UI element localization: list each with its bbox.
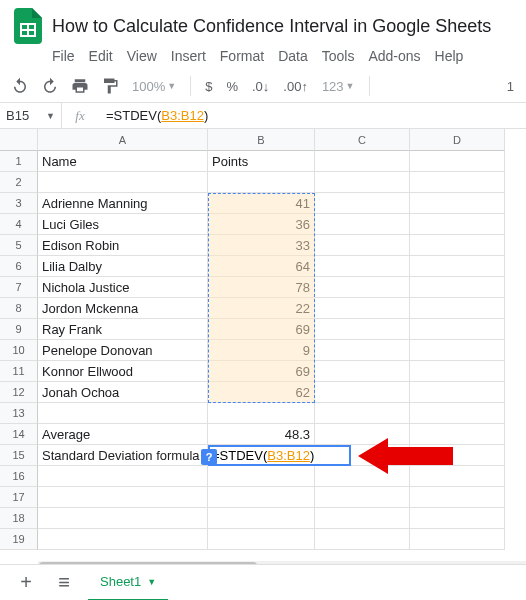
cell-D11[interactable] <box>410 361 505 382</box>
row-header-7[interactable]: 7 <box>0 277 38 298</box>
cell-A16[interactable] <box>38 466 208 487</box>
cell-D17[interactable] <box>410 487 505 508</box>
redo-button[interactable] <box>38 74 62 98</box>
cell-C17[interactable] <box>315 487 410 508</box>
zoom-select[interactable]: 100%▼ <box>128 79 180 94</box>
cell-D10[interactable] <box>410 340 505 361</box>
select-all-corner[interactable] <box>0 129 38 151</box>
all-sheets-button[interactable]: ≡ <box>50 569 78 597</box>
cell-A10[interactable]: Penelope Donovan <box>38 340 208 361</box>
cell-A8[interactable]: Jordon Mckenna <box>38 298 208 319</box>
percent-button[interactable]: % <box>222 79 242 94</box>
cell-B19[interactable] <box>208 529 315 550</box>
cell-A13[interactable] <box>38 403 208 424</box>
cell-C9[interactable] <box>315 319 410 340</box>
cell-B1[interactable]: Points <box>208 151 315 172</box>
sheet-tab[interactable]: Sheet1▼ <box>88 565 168 601</box>
row-header-2[interactable]: 2 <box>0 172 38 193</box>
paint-format-button[interactable] <box>98 74 122 98</box>
row-header-15[interactable]: 15 <box>0 445 38 466</box>
undo-button[interactable] <box>8 74 32 98</box>
cell-B14[interactable]: 48.3 <box>208 424 315 445</box>
row-header-6[interactable]: 6 <box>0 256 38 277</box>
cell-A4[interactable]: Luci Giles <box>38 214 208 235</box>
cell-D3[interactable] <box>410 193 505 214</box>
cell-D18[interactable] <box>410 508 505 529</box>
cell-A14[interactable]: Average <box>38 424 208 445</box>
cell-A3[interactable]: Adrienne Manning <box>38 193 208 214</box>
cell-B5[interactable]: 33 <box>208 235 315 256</box>
cell-D6[interactable] <box>410 256 505 277</box>
active-cell-editor[interactable]: ? =STDEV(B3:B12) <box>208 445 351 466</box>
cell-C10[interactable] <box>315 340 410 361</box>
cell-A6[interactable]: Lilia Dalby <box>38 256 208 277</box>
cell-B3[interactable]: 41 <box>208 193 315 214</box>
cell-A2[interactable] <box>38 172 208 193</box>
cell-C2[interactable] <box>315 172 410 193</box>
cell-B11[interactable]: 69 <box>208 361 315 382</box>
formula-bar-input[interactable]: =STDEV(B3:B12) <box>98 108 526 123</box>
cell-C1[interactable] <box>315 151 410 172</box>
currency-button[interactable]: $ <box>201 79 216 94</box>
row-header-17[interactable]: 17 <box>0 487 38 508</box>
col-header-C[interactable]: C <box>315 129 410 151</box>
document-title[interactable]: How to Calculate Confidence Interval in … <box>52 16 491 37</box>
cell-C13[interactable] <box>315 403 410 424</box>
cell-C18[interactable] <box>315 508 410 529</box>
cell-B13[interactable] <box>208 403 315 424</box>
spreadsheet-grid[interactable]: ABCD 1NamePoints23Adrienne Manning414Luc… <box>0 129 526 600</box>
row-header-18[interactable]: 18 <box>0 508 38 529</box>
cell-C14[interactable] <box>315 424 410 445</box>
cell-A5[interactable]: Edison Robin <box>38 235 208 256</box>
cell-C6[interactable] <box>315 256 410 277</box>
cell-A15[interactable]: Standard Deviation formula <box>38 445 208 466</box>
cell-D16[interactable] <box>410 466 505 487</box>
cell-A9[interactable]: Ray Frank <box>38 319 208 340</box>
menu-file[interactable]: File <box>52 48 75 64</box>
row-header-1[interactable]: 1 <box>0 151 38 172</box>
menu-tools[interactable]: Tools <box>322 48 355 64</box>
cell-C3[interactable] <box>315 193 410 214</box>
row-header-4[interactable]: 4 <box>0 214 38 235</box>
cell-D4[interactable] <box>410 214 505 235</box>
row-header-19[interactable]: 19 <box>0 529 38 550</box>
number-format-select[interactable]: 123▼ <box>318 79 359 94</box>
name-box[interactable]: B15▼ <box>0 103 62 128</box>
col-header-A[interactable]: A <box>38 129 208 151</box>
row-header-3[interactable]: 3 <box>0 193 38 214</box>
row-header-9[interactable]: 9 <box>0 319 38 340</box>
cell-A17[interactable] <box>38 487 208 508</box>
cell-B18[interactable] <box>208 508 315 529</box>
cell-B6[interactable]: 64 <box>208 256 315 277</box>
cell-C16[interactable] <box>315 466 410 487</box>
cell-D12[interactable] <box>410 382 505 403</box>
formula-help-icon[interactable]: ? <box>201 449 217 465</box>
col-header-B[interactable]: B <box>208 129 315 151</box>
row-header-13[interactable]: 13 <box>0 403 38 424</box>
cell-B17[interactable] <box>208 487 315 508</box>
cell-D8[interactable] <box>410 298 505 319</box>
cell-B16[interactable] <box>208 466 315 487</box>
cell-D9[interactable] <box>410 319 505 340</box>
cell-B2[interactable] <box>208 172 315 193</box>
cell-D14[interactable] <box>410 424 505 445</box>
cell-B10[interactable]: 9 <box>208 340 315 361</box>
row-header-5[interactable]: 5 <box>0 235 38 256</box>
col-header-D[interactable]: D <box>410 129 505 151</box>
menu-view[interactable]: View <box>127 48 157 64</box>
cell-B12[interactable]: 62 <box>208 382 315 403</box>
cell-A11[interactable]: Konnor Ellwood <box>38 361 208 382</box>
row-header-8[interactable]: 8 <box>0 298 38 319</box>
cell-C19[interactable] <box>315 529 410 550</box>
menu-format[interactable]: Format <box>220 48 264 64</box>
row-header-16[interactable]: 16 <box>0 466 38 487</box>
decrease-decimal-button[interactable]: .0↓ <box>248 79 273 94</box>
menu-help[interactable]: Help <box>435 48 464 64</box>
cell-B7[interactable]: 78 <box>208 277 315 298</box>
cell-D1[interactable] <box>410 151 505 172</box>
add-sheet-button[interactable]: + <box>12 569 40 597</box>
menu-edit[interactable]: Edit <box>89 48 113 64</box>
print-button[interactable] <box>68 74 92 98</box>
row-header-11[interactable]: 11 <box>0 361 38 382</box>
cell-A7[interactable]: Nichola Justice <box>38 277 208 298</box>
